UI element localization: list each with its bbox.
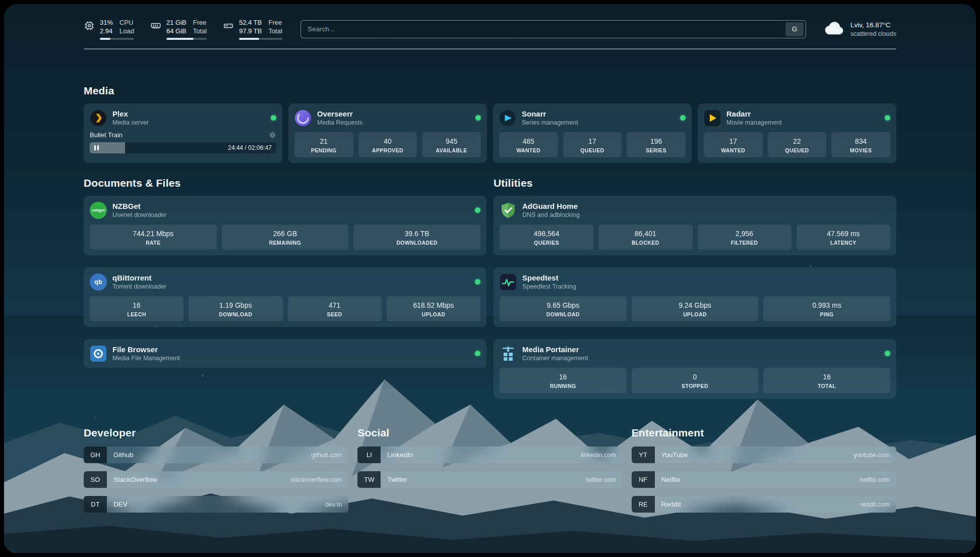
documents-section-title: Documents & Files	[84, 177, 486, 189]
radarr-icon	[704, 109, 721, 127]
service-name: Plex	[112, 109, 149, 119]
stat-rate: 744.21 Mbps RATE	[90, 225, 217, 250]
stat-wanted: 17 WANTED	[704, 132, 763, 157]
bookmark-netflix[interactable]: NF Netflix netflix.com	[632, 471, 896, 488]
stat-seed: 471 SEED	[288, 296, 382, 321]
stat-upload: 618.52 Mbps UPLOAD	[387, 296, 480, 321]
stat-filtered: 2,956 FILTERED	[698, 225, 791, 250]
disk-total-value: 97.9 TB	[239, 27, 262, 35]
resource-widgets: 31% 2.94 CPU Load	[84, 18, 282, 40]
stat-available: 945 AVAILABLE	[422, 132, 481, 157]
service-subtitle: Torrent downloader	[112, 283, 166, 291]
stat-stopped: 0 STOPPED	[632, 368, 759, 393]
bookmark-group-social: Social LI LinkedIn linkedin.com TW Twitt…	[357, 427, 622, 521]
cpu-percent: 31%	[100, 18, 113, 27]
cpu-icon	[84, 20, 95, 40]
service-link-adguard[interactable]: AdGuard Home DNS and adblocking	[500, 201, 890, 219]
service-link-portainer[interactable]: Media Portainer Container management	[500, 345, 890, 362]
cloud-icon	[824, 21, 844, 37]
service-link-overseerr[interactable]: Overseerr Media Requests	[294, 109, 481, 127]
bookmark-github[interactable]: GH Github github.com	[84, 447, 348, 463]
service-subtitle: Movie management	[726, 119, 782, 127]
bookmark-group-developer: Developer GH Github github.com SO StackO…	[84, 427, 348, 521]
playback-time: 24:44 / 02:06:47	[228, 144, 276, 151]
stat-download: 9.65 Gbps DOWNLOAD	[500, 296, 627, 321]
service-subtitle: Media Requests	[317, 119, 362, 127]
status-indicator	[271, 115, 276, 121]
ram-free-label: Free	[193, 18, 207, 27]
bookmark-abbr: YT	[632, 447, 655, 463]
bookmark-youtube[interactable]: YT YouTube youtube.com	[632, 447, 896, 463]
filebrowser-icon	[90, 345, 107, 362]
bookmark-name: LinkedIn	[381, 447, 581, 463]
stat-running: 16 RUNNING	[500, 368, 627, 393]
stat-series: 196 SERIES	[627, 132, 686, 157]
disk-free-label: Free	[268, 18, 282, 27]
qbittorrent-icon: qb	[90, 273, 107, 291]
stat-leech: 16 LEECH	[90, 296, 183, 321]
status-indicator	[475, 115, 481, 121]
sonarr-icon	[499, 109, 516, 127]
pause-button[interactable]	[90, 142, 103, 153]
service-card-portainer: Media Portainer Container management 16 …	[494, 339, 896, 399]
header-divider	[84, 48, 896, 49]
bookmark-url: stackoverflow.com	[290, 471, 348, 488]
bookmark-abbr: LI	[357, 447, 381, 463]
nzbget-icon: nzbget	[90, 202, 107, 219]
social-section-title: Social	[357, 427, 622, 439]
bookmark-abbr: DT	[84, 496, 107, 513]
cpu-load-value: 2.94	[100, 27, 113, 35]
stat-pending: 21 PENDING	[294, 132, 353, 157]
service-link-qbittorrent[interactable]: qb qBittorrent Torrent downloader	[90, 273, 480, 291]
service-name: qBittorrent	[112, 273, 166, 283]
bookmark-name: DEV	[107, 496, 325, 513]
media-section-title: Media	[84, 85, 896, 97]
service-link-filebrowser[interactable]: File Browser Media File Management	[90, 345, 480, 362]
status-indicator	[885, 115, 890, 121]
bookmark-dev[interactable]: DT DEV dev.to	[84, 496, 348, 513]
service-name: Media Portainer	[522, 345, 588, 354]
service-name: File Browser	[112, 345, 180, 354]
section-media: Media Plex Media server	[84, 85, 896, 163]
cpu-widget: 31% 2.94 CPU Load	[84, 18, 134, 40]
status-indicator	[475, 207, 480, 213]
bookmark-linkedin[interactable]: LI LinkedIn linkedin.com	[357, 447, 622, 463]
ram-usage-bar	[166, 38, 207, 40]
stat-queries: 498,564 QUERIES	[500, 225, 593, 250]
bookmark-name: Twitter	[381, 471, 586, 488]
weather-widget[interactable]: Lviv, 16.87°C scattered clouds	[824, 21, 896, 38]
stat-remaining: 266 GB REMAINING	[222, 225, 349, 250]
service-card-filebrowser: File Browser Media File Management	[84, 339, 486, 368]
bookmark-reddit[interactable]: RE Reddit reddit.com	[632, 496, 896, 513]
service-card-nzbget: nzbget NZBGet Usenet downloader 744.21 M…	[84, 196, 486, 255]
bookmark-abbr: NF	[632, 471, 655, 488]
stat-queued: 22 QUEUED	[768, 132, 827, 157]
stat-wanted: 485 WANTED	[499, 132, 558, 157]
cpu-usage-bar	[100, 38, 134, 40]
service-subtitle: Usenet downloader	[112, 211, 167, 219]
bookmark-abbr: GH	[84, 447, 107, 463]
service-link-plex[interactable]: Plex Media server	[90, 109, 276, 127]
gear-icon[interactable]	[269, 131, 276, 139]
portainer-icon	[500, 345, 517, 362]
service-link-sonarr[interactable]: Sonarr Series management	[499, 109, 686, 127]
stat-latency: 47.569 ms LATENCY	[797, 225, 890, 250]
service-link-nzbget[interactable]: nzbget NZBGet Usenet downloader	[90, 201, 480, 219]
search-input[interactable]	[301, 25, 785, 33]
bookmark-twitter[interactable]: TW Twitter twitter.com	[357, 471, 622, 488]
memory-icon	[150, 20, 161, 40]
section-utilities: Utilities AdGuard Home DNS and adblockin…	[494, 177, 896, 399]
bookmark-url: linkedin.com	[581, 447, 622, 463]
bookmark-url: twitter.com	[586, 471, 623, 488]
service-link-speedtest[interactable]: Speedtest Speedtest Tracking	[500, 273, 890, 291]
service-subtitle: Media server	[112, 119, 149, 127]
ram-total-value: 64 GiB	[166, 27, 187, 35]
service-link-radarr[interactable]: Radarr Movie management	[704, 109, 890, 127]
bookmark-stackoverflow[interactable]: SO StackOverflow stackoverflow.com	[84, 471, 348, 488]
search-provider-button[interactable]: G	[785, 22, 804, 36]
bookmark-url: reddit.com	[861, 496, 896, 513]
service-card-radarr: Radarr Movie management 17 WANTED 22 QUE…	[698, 103, 896, 163]
bookmark-name: Reddit	[655, 496, 861, 513]
service-name: Speedtest	[522, 273, 576, 283]
status-indicator	[475, 351, 480, 356]
